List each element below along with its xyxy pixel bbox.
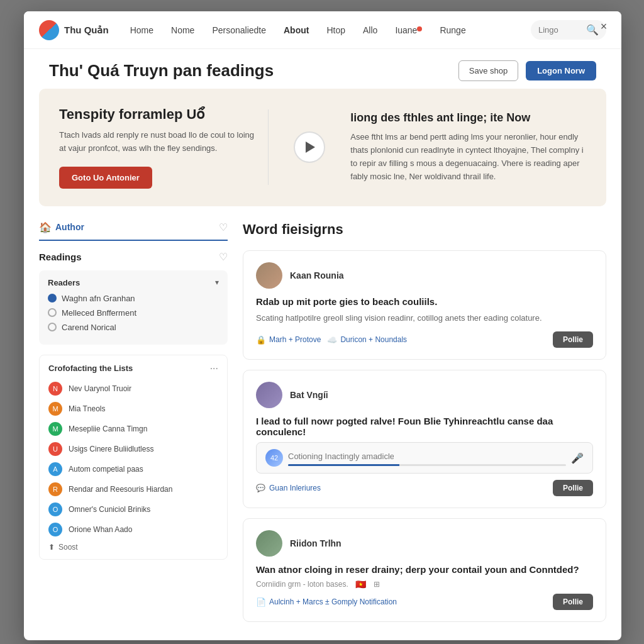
boost-icon: ⬆ [48,543,55,552]
pollue-button-1[interactable]: Pollie [553,331,593,348]
boost-link[interactable]: ⬆ Soost [48,543,218,552]
readings-header: Readings ♡ [39,251,228,263]
list-item-4: U Usigs Cinere Buliidlutless [48,442,218,456]
post-author-row-1: Kaan Rounia [256,262,593,289]
author-tab: 🏠 Author ♡ [39,221,228,241]
notification-badge [417,26,422,31]
right-content: Word fieisigrns Kaan Rounia Rdab up mit … [243,221,606,633]
save-shop-button[interactable]: Save shop [458,60,518,81]
readers-label: Readers [48,278,80,287]
comment-input-wrapper [288,450,566,466]
page-header: Thu' Quá Truyn pan feadings Save shop Lo… [24,49,621,89]
main-content: 🏠 Author ♡ Readings ♡ Readers ▾ [24,221,621,640]
list-item-6: R Rendar and Reesouris Hiardan [48,482,218,496]
page-title: Thu' Quá Truyn pan feadings [49,61,274,80]
grid-icon: ⊞ [374,580,380,589]
post-actions-3: 📄 Aulcinh + Marcs ± Gomply Notification … [256,594,593,610]
mic-icon[interactable]: 🎤 [571,452,584,464]
tag-3-1[interactable]: 📄 Aulcinh + Marcs ± Gomply Notification [256,597,397,607]
tag-1-2[interactable]: ☁️ Duricon + Noundals [327,335,407,345]
modal: × Thu Quản Home Nome Personaliedte About… [24,11,621,640]
search-input[interactable] [538,25,582,35]
list-icon-7: O [48,502,62,516]
list-item-2: M Mia Tneols [48,402,218,416]
reply-link-2[interactable]: 💬 Guan Inleriures [256,484,321,492]
heart-icon[interactable]: ♡ [219,221,228,233]
nav-about[interactable]: About [282,23,310,38]
reader-item-2[interactable]: Melleced Bnfferment [48,308,219,318]
hero-cta-button[interactable]: Goto Uo Antonier [59,167,152,189]
author-name-1: Kaan Rounia [290,270,344,280]
readers-header: Readers ▾ [48,278,219,287]
list-text-5: Autom competial paas [69,465,143,474]
list-text-7: Omner's Cuniciol Briniks [69,505,150,514]
comment-box-2: 42 🎤 [256,442,593,474]
logo-icon [39,20,59,40]
list-item-8: O Orione Whan Aado [48,523,218,536]
crowdfunding-section: Crofofacting the Lists ··· N Nev Uarynol… [39,355,228,560]
readings-heart-icon[interactable]: ♡ [219,251,228,263]
author-icon: 🏠 [39,221,52,233]
play-icon [306,142,315,153]
list-text-8: Orione Whan Aado [69,525,132,534]
avatar-1 [256,262,282,289]
list-icon-2: M [48,402,62,416]
list-icon-1: N [48,382,62,396]
nav-nome[interactable]: Nome [170,23,196,38]
hero-right-title: liong des fthles ant linge; ite Now [350,111,586,125]
nav-htop[interactable]: Htop [325,23,347,38]
pollue-button-2[interactable]: Pollie [553,480,593,496]
list-text-3: Mesepliie Canna Timgn [69,425,147,433]
post-title-1: Rdab up mit porte gies to beach couliils… [256,296,593,307]
list-text-2: Mia Tneols [69,404,105,413]
hero-banner: Tenspity forramlep Uổ Ttach lvads ald re… [39,89,606,206]
list-item-7: O Omner's Cuniciol Briniks [48,502,218,516]
chevron-down-icon[interactable]: ▾ [215,278,219,287]
play-button[interactable] [294,131,325,163]
reply-icon: 💬 [256,484,265,492]
more-icon[interactable]: ··· [210,363,218,374]
post-actions-1: 🔒 Marh + Protove ☁️ Duricon + Noundals P… [256,331,593,348]
reader-radio-2[interactable] [48,308,57,317]
logo: Thu Quản [39,20,109,40]
post-actions-2: 💬 Guan Inleriures Pollie [256,480,593,496]
header-actions: Save shop Logon Norw [458,60,596,81]
reader-name-3: Carend Norical [62,323,116,332]
navbar: Thu Quản Home Nome Personaliedte About H… [24,11,621,49]
list-item-1: N Nev Uarynol Truoir [48,382,218,396]
post-card-3: Riidon Trlhn Wan atnor cloing in reser d… [243,518,606,622]
reader-radio-1[interactable] [48,294,57,303]
nav-home[interactable]: Home [129,23,155,38]
reader-item-1[interactable]: Waghn afn Granhan [48,294,219,303]
cloud-icon: ☁️ [327,335,337,345]
post-author-row-2: Bat Vngíi [256,382,593,408]
list-item-3: M Mesepliie Canna Timgn [48,422,218,436]
post-tags-1: 🔒 Marh + Protove ☁️ Duricon + Noundals [256,335,407,345]
close-button[interactable]: × [595,18,613,35]
flag-icon: 🇻🇳 [355,580,367,589]
readers-box: Readers ▾ Waghn afn Granhan Melleced Bnf… [39,270,228,345]
list-icon-5: A [48,462,62,476]
post-meta-text-3: Corniidin grm - loton bases. [256,580,348,589]
reader-name-2: Melleced Bnfferment [62,308,136,318]
reader-item-3[interactable]: Carend Norical [48,323,219,332]
boost-label: Soost [58,543,78,552]
tab-inner: 🏠 Author [39,221,84,233]
nav-runge[interactable]: Runge [438,23,467,38]
avatar-3 [256,530,282,557]
login-button[interactable]: Logon Norw [526,61,596,80]
hero-divider [268,109,269,185]
readings-section: Readings ♡ Readers ▾ Waghn afn Granhan [39,251,228,345]
nav-luane[interactable]: Iuane [394,23,423,38]
readings-title: Readings [39,252,82,262]
nav-personaliedte[interactable]: Personaliedte [211,23,267,38]
tag-1-1[interactable]: 🔒 Marh + Protove [256,335,321,345]
comment-input-2[interactable] [288,452,394,461]
pollue-button-3[interactable]: Pollie [553,594,593,610]
comment-avatar: 42 [265,449,283,467]
nav-allo[interactable]: Allo [362,23,379,38]
post-title-3: Wan atnor cloing in reser drainy; derp y… [256,564,593,575]
list-text-4: Usigs Cinere Buliidlutless [69,445,153,453]
reader-radio-3[interactable] [48,323,57,331]
lock-icon: 🔒 [256,335,266,345]
